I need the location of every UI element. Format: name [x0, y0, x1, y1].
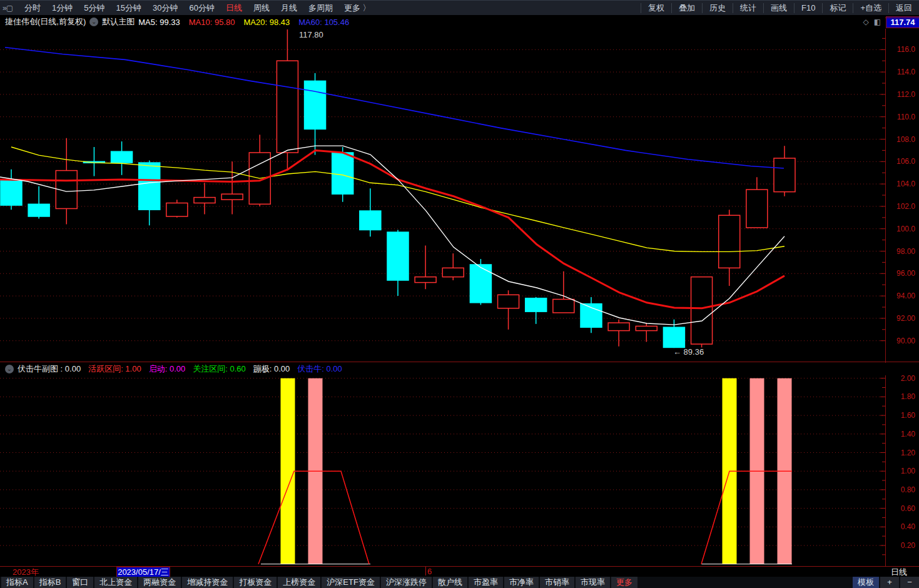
indicator-axis-label: 0.80 — [884, 485, 915, 494]
bottom-menu-item[interactable]: 上榜资金 — [278, 577, 320, 588]
bottom-menu-item[interactable]: 指标A — [1, 577, 33, 588]
indicator-axis-label: 0.60 — [884, 504, 915, 513]
period-item[interactable]: 60分钟 — [183, 3, 220, 14]
right-axis-line — [885, 29, 886, 577]
zoom-in-button[interactable]: + — [880, 577, 899, 588]
period-item[interactable]: 30分钟 — [147, 3, 183, 14]
period-item[interactable]: 月线 — [275, 3, 303, 14]
template-button[interactable]: 模板 — [853, 577, 879, 588]
indicator-value: 活跃区间: 1.00 — [88, 363, 141, 375]
period-item[interactable]: 15分钟 — [110, 3, 146, 14]
ma-value: MA20: 98.43 — [244, 18, 290, 27]
date-axis-row: 2023年 2023/05/17/三 6 日线 — [0, 567, 919, 577]
ma-values: MA5: 99.33MA10: 95.80MA20: 98.43MA60: 10… — [138, 18, 358, 27]
indicator-axis-label: 1.40 — [884, 430, 915, 438]
price-label: 90.00 — [884, 337, 915, 345]
bottom-menu-item[interactable]: 北上资金 — [94, 577, 137, 588]
tool-item[interactable]: 历史 — [702, 3, 733, 13]
price-label: 96.00 — [884, 269, 915, 278]
bottom-menu-item[interactable]: 沪深ETF资金 — [322, 577, 380, 588]
bottom-menu-item[interactable]: 增减持资金 — [182, 577, 233, 588]
bottom-menu-item[interactable]: 指标B — [34, 577, 66, 588]
chevron-down-icon[interactable]: ⌄ — [5, 365, 14, 373]
price-label: 106.0 — [884, 157, 915, 166]
bottom-menu-items: 指标A指标B窗口北上资金两融资金增减持资金打板资金上榜资金沪深ETF资金沪深涨跌… — [0, 577, 637, 588]
month-tick — [425, 567, 426, 575]
indicator-value: 伏击牛副图 : 0.00 — [18, 363, 81, 375]
tool-item[interactable]: 统计 — [733, 3, 763, 13]
indicator-values: 伏击牛副图 : 0.00活跃区间: 1.00启动: 0.00关注区间: 0.60… — [18, 363, 350, 375]
svg-text:117.80: 117.80 — [299, 30, 323, 39]
main-chart-selector[interactable]: 默认主图 — [102, 16, 135, 28]
price-label: 102.0 — [884, 202, 915, 211]
price-label: 100.0 — [884, 225, 915, 233]
tool-item[interactable]: 复权 — [641, 3, 671, 13]
indicator-axis-label: 0.40 — [884, 522, 915, 531]
bottom-menu-item[interactable]: 两融资金 — [138, 577, 181, 588]
toolbar-menu: 复权叠加历史统计画线F10标记+自选返回 — [641, 1, 919, 15]
ma-value: MA60: 105.46 — [298, 18, 349, 27]
price-label: 92.00 — [884, 314, 915, 323]
indicator-axis-label: 0.20 — [884, 541, 915, 550]
price-label: 98.00 — [884, 247, 915, 256]
month-marker: 6 — [427, 567, 432, 576]
split-layout-icon[interactable]: ◧ — [874, 18, 881, 26]
top-menu-bar: »▢ 分时1分钟5分钟15分钟30分钟60分钟日线周线月线多周期更多 〉 复权叠… — [0, 0, 919, 15]
indicator-value: 蹦极: 0.00 — [253, 363, 290, 375]
ma-value: MA10: 95.80 — [189, 18, 235, 27]
period-item[interactable]: 日线 — [220, 3, 248, 14]
tool-item[interactable]: 标记 — [822, 3, 853, 13]
bottom-menu-item[interactable]: 沪深涨跌停 — [381, 577, 432, 588]
indicator-value: 关注区间: 0.60 — [193, 363, 246, 375]
indicator-value: 伏击牛: 0.00 — [297, 363, 342, 375]
period-item[interactable]: 多周期 — [303, 3, 338, 14]
chevron-down-icon[interactable]: ⌄ — [89, 18, 98, 26]
bottom-menu-item[interactable]: 更多 — [611, 577, 637, 588]
bottom-menu-item[interactable]: 市净率 — [504, 577, 539, 588]
indicator-chart[interactable] — [0, 375, 885, 566]
bottom-menu-item[interactable]: 市销率 — [540, 577, 574, 588]
price-label: 110.0 — [884, 113, 915, 121]
tool-item[interactable]: 返回 — [888, 3, 919, 13]
tool-item[interactable]: F10 — [794, 3, 822, 13]
indicator-header: ⌄ 伏击牛副图 : 0.00活跃区间: 1.00启动: 0.00关注区间: 0.… — [0, 363, 919, 375]
period-item[interactable]: 更多 〉 — [338, 3, 377, 14]
period-item[interactable]: 5分钟 — [78, 3, 110, 14]
price-label: 108.0 — [884, 135, 915, 144]
tool-item[interactable]: 画线 — [763, 3, 794, 13]
main-candlestick-chart[interactable]: 117.80← 89.36 — [0, 29, 885, 362]
panel-separator — [0, 362, 919, 362]
axis-top-border — [885, 18, 919, 18]
ma-value: MA5: 99.33 — [138, 18, 180, 27]
svg-text:← 89.36: ← 89.36 — [673, 347, 704, 357]
indicator-axis-label: 1.80 — [884, 392, 915, 401]
indicator-axis-label: 2.00 — [884, 374, 915, 383]
zoom-out-button[interactable]: − — [900, 577, 919, 588]
price-label: 104.0 — [884, 180, 915, 188]
price-label: 112.0 — [884, 90, 915, 99]
indicator-axis-label: 1.00 — [884, 467, 915, 475]
bottom-menu-item[interactable]: 散户线 — [433, 577, 467, 588]
chart-title-bar: 捷佳伟创(日线,前复权) ⌄ 默认主图 MA5: 99.33MA10: 95.8… — [0, 15, 919, 29]
bottom-menu-item[interactable]: 窗口 — [67, 577, 93, 588]
bottom-menu-bar: 指标A指标B窗口北上资金两融资金增减持资金打板资金上榜资金沪深ETF资金沪深涨跌… — [0, 577, 919, 588]
period-menu: 分时1分钟5分钟15分钟30分钟60分钟日线周线月线多周期更多 〉 — [19, 3, 377, 14]
bottom-menu-item[interactable]: 市现率 — [576, 577, 610, 588]
price-label: 114.0 — [884, 68, 915, 76]
period-item[interactable]: 分时 — [19, 3, 46, 14]
period-item[interactable]: 周线 — [248, 3, 275, 14]
indicator-axis-label: 1.60 — [884, 411, 915, 420]
indicator-value: 启动: 0.00 — [149, 363, 186, 375]
collapse-panel-icon[interactable]: »▢ — [3, 4, 13, 13]
period-item[interactable]: 1分钟 — [46, 3, 78, 14]
tool-item[interactable]: +自选 — [853, 3, 888, 13]
tool-item[interactable]: 叠加 — [671, 3, 702, 13]
selected-date-box[interactable]: 2023/05/17/三 — [116, 567, 170, 577]
bottom-menu-item[interactable]: 打板资金 — [234, 577, 277, 588]
diamond-icon[interactable]: ◇ — [863, 18, 868, 26]
bottom-menu-item[interactable]: 市盈率 — [469, 577, 503, 588]
indicator-axis-label: 1.20 — [884, 449, 915, 457]
stock-title: 捷佳伟创(日线,前复权) — [5, 16, 86, 28]
price-label: 116.0 — [884, 45, 915, 54]
price-label: 94.00 — [884, 291, 915, 300]
